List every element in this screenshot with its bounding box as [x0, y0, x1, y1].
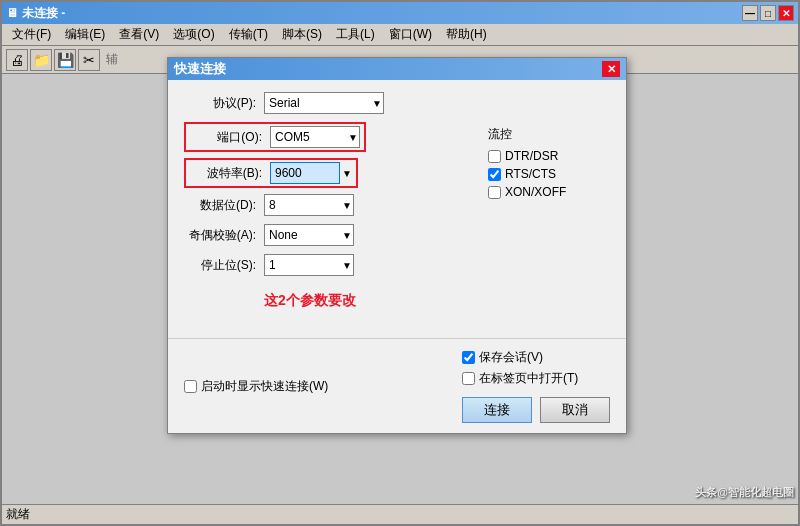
- stopbits-select[interactable]: 1: [264, 254, 354, 276]
- startup-show-row: 启动时显示快速连接(W): [184, 378, 328, 395]
- xon-xoff-label: XON/XOFF: [505, 185, 566, 199]
- open-in-tab-row: 在标签页中打开(T): [462, 370, 578, 387]
- baud-label: 波特率(B):: [190, 165, 270, 182]
- stopbits-label: 停止位(S):: [184, 257, 264, 274]
- protocol-select-wrapper: Serial ▼: [264, 92, 384, 114]
- stopbits-select-wrapper: 1 ▼: [264, 254, 354, 276]
- cancel-button[interactable]: 取消: [540, 397, 610, 423]
- dialog-title: 快速连接: [174, 60, 226, 78]
- parity-select[interactable]: None: [264, 224, 354, 246]
- baud-input[interactable]: [270, 162, 340, 184]
- port-row: 端口(O): COM5 ▼: [190, 126, 360, 148]
- parity-select-wrapper: None ▼: [264, 224, 354, 246]
- menu-edit[interactable]: 编辑(E): [59, 24, 111, 45]
- toolbar-btn-2[interactable]: 📁: [30, 49, 52, 71]
- port-highlight-box: 端口(O): COM5 ▼: [184, 122, 366, 152]
- startup-show-label: 启动时显示快速连接(W): [201, 378, 328, 395]
- menu-file[interactable]: 文件(F): [6, 24, 57, 45]
- left-fields: 端口(O): COM5 ▼: [184, 122, 480, 284]
- bottom-right: 保存会话(V) 在标签页中打开(T) 连接 取消: [462, 349, 610, 423]
- minimize-button[interactable]: —: [742, 5, 758, 21]
- menu-bar: 文件(F) 编辑(E) 查看(V) 选项(O) 传输(T) 脚本(S) 工具(L…: [2, 24, 798, 46]
- red-note: 这2个参数要改: [184, 292, 610, 310]
- save-session-checkbox[interactable]: [462, 351, 475, 364]
- save-session-label: 保存会话(V): [479, 349, 543, 366]
- baud-dropdown-arrow[interactable]: ▼: [342, 168, 352, 179]
- xon-xoff-row: XON/XOFF: [488, 185, 602, 199]
- parity-row: 奇偶校验(A): None ▼: [184, 224, 480, 246]
- right-panel: 流控 DTR/DSR RTS/CTS XON/XOFF: [480, 122, 610, 284]
- save-session-row: 保存会话(V): [462, 349, 543, 366]
- title-bar-left: 🖥 未连接 -: [6, 5, 65, 22]
- menu-options[interactable]: 选项(O): [167, 24, 220, 45]
- title-bar-buttons: — □ ✕: [742, 5, 794, 21]
- port-select-wrapper: COM5 ▼: [270, 126, 360, 148]
- dialog-bottom: 启动时显示快速连接(W) 保存会话(V) 在标签页中打开(T) 连接 取消: [168, 338, 626, 433]
- dialog-close-button[interactable]: ✕: [602, 61, 620, 77]
- close-button[interactable]: ✕: [778, 5, 794, 21]
- maximize-button[interactable]: □: [760, 5, 776, 21]
- toolbar-btn-1[interactable]: 🖨: [6, 49, 28, 71]
- databits-label: 数据位(D):: [184, 197, 264, 214]
- dtr-dsr-checkbox[interactable]: [488, 150, 501, 163]
- port-label: 端口(O):: [190, 129, 270, 146]
- baud-select-wrapper: ▼: [270, 162, 352, 184]
- port-and-right-panel: 端口(O): COM5 ▼: [184, 122, 610, 284]
- bottom-left: 启动时显示快速连接(W): [184, 378, 328, 395]
- open-in-tab-label: 在标签页中打开(T): [479, 370, 578, 387]
- parity-control: None ▼: [264, 224, 480, 246]
- rts-cts-label: RTS/CTS: [505, 167, 556, 181]
- menu-window[interactable]: 窗口(W): [383, 24, 438, 45]
- rts-cts-checkbox[interactable]: [488, 168, 501, 181]
- quick-connect-dialog: 快速连接 ✕ 协议(P): Serial ▼: [167, 57, 627, 434]
- databits-control: 8 ▼: [264, 194, 480, 216]
- xon-xoff-checkbox[interactable]: [488, 186, 501, 199]
- baud-row: 波特率(B): ▼: [190, 162, 352, 184]
- menu-script[interactable]: 脚本(S): [276, 24, 328, 45]
- port-control: COM5 ▼: [270, 126, 360, 148]
- dtr-dsr-row: DTR/DSR: [488, 149, 602, 163]
- rts-cts-row: RTS/CTS: [488, 167, 602, 181]
- baud-control: ▼: [270, 162, 352, 184]
- menu-transfer[interactable]: 传输(T): [223, 24, 274, 45]
- window-icon: 🖥: [6, 6, 18, 20]
- status-bar: 就绪: [2, 504, 798, 524]
- toolbar-btn-3[interactable]: 💾: [54, 49, 76, 71]
- stopbits-control: 1 ▼: [264, 254, 480, 276]
- main-window: 🖥 未连接 - — □ ✕ 文件(F) 编辑(E) 查看(V) 选项(O) 传输…: [0, 0, 800, 526]
- protocol-row: 协议(P): Serial ▼: [184, 92, 610, 114]
- dialog-body: 协议(P): Serial ▼ 端口(O):: [168, 80, 626, 338]
- menu-tools[interactable]: 工具(L): [330, 24, 381, 45]
- databits-row: 数据位(D): 8 ▼: [184, 194, 480, 216]
- status-text: 就绪: [6, 506, 30, 523]
- dialog-title-bar: 快速连接 ✕: [168, 58, 626, 80]
- databits-select-wrapper: 8 ▼: [264, 194, 354, 216]
- open-in-tab-checkbox[interactable]: [462, 372, 475, 385]
- dialog-action-buttons: 连接 取消: [462, 397, 610, 423]
- watermark: 头条@智能化超电圈: [695, 485, 794, 500]
- parity-label: 奇偶校验(A):: [184, 227, 264, 244]
- databits-select[interactable]: 8: [264, 194, 354, 216]
- port-select[interactable]: COM5: [270, 126, 360, 148]
- flow-control-label: 流控: [488, 126, 602, 143]
- stopbits-row: 停止位(S): 1 ▼: [184, 254, 480, 276]
- dtr-dsr-label: DTR/DSR: [505, 149, 558, 163]
- startup-show-checkbox[interactable]: [184, 380, 197, 393]
- protocol-control: Serial ▼: [264, 92, 610, 114]
- baud-highlight-box: 波特率(B): ▼: [184, 158, 358, 188]
- protocol-select[interactable]: Serial: [264, 92, 384, 114]
- title-bar: 🖥 未连接 - — □ ✕: [2, 2, 798, 24]
- window-title: 未连接 -: [22, 5, 65, 22]
- menu-view[interactable]: 查看(V): [113, 24, 165, 45]
- toolbar-label: 辅: [106, 51, 118, 68]
- menu-help[interactable]: 帮助(H): [440, 24, 493, 45]
- protocol-label: 协议(P):: [184, 95, 264, 112]
- connect-button[interactable]: 连接: [462, 397, 532, 423]
- toolbar-btn-4[interactable]: ✂: [78, 49, 100, 71]
